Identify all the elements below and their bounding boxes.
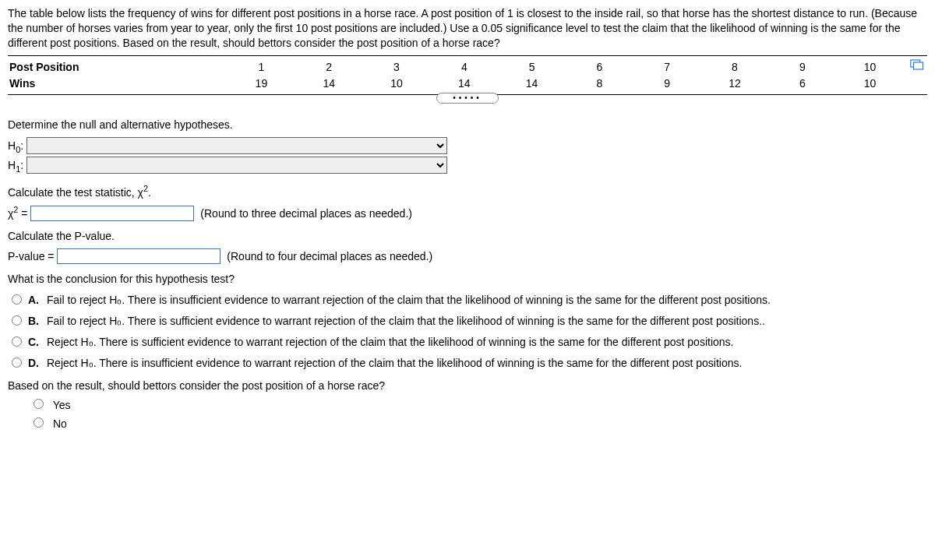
option-b-label: B. <box>28 314 42 329</box>
pos-cell: 10 <box>836 59 904 76</box>
no-radio[interactable] <box>34 417 44 428</box>
svg-rect-1 <box>914 62 923 69</box>
hypotheses-prompt: Determine the null and alternative hypot… <box>8 118 927 132</box>
followup-prompt: Based on the result, should bettors cons… <box>8 379 927 393</box>
wins-cell: 14 <box>498 76 566 92</box>
option-a-radio[interactable] <box>12 294 22 305</box>
pos-cell: 8 <box>701 59 769 76</box>
pos-cell: 9 <box>768 59 836 76</box>
wins-cell: 19 <box>228 76 295 92</box>
wins-cell: 12 <box>701 76 769 92</box>
data-table-block: Post Position 1 2 3 4 5 6 7 8 9 10 Wins … <box>8 55 927 96</box>
calc-p-prompt: Calculate the P-value. <box>8 229 927 244</box>
row-label-position: Post Position <box>8 59 228 76</box>
no-label: No <box>53 417 67 430</box>
wins-cell: 14 <box>430 76 498 92</box>
h0-label: H0: <box>8 139 23 152</box>
h1-label: H1: <box>8 159 23 171</box>
wins-cell: 10 <box>836 76 904 92</box>
pos-cell: 3 <box>363 59 431 76</box>
copy-table-icon[interactable] <box>910 59 924 70</box>
row-label-wins: Wins <box>8 76 228 92</box>
option-c-radio[interactable] <box>12 336 22 347</box>
option-a-text: Fail to reject H₀. There is insufficient… <box>47 293 927 308</box>
chi-square-label: χ2 = <box>8 207 28 220</box>
data-table: Post Position 1 2 3 4 5 6 7 8 9 10 Wins … <box>8 59 927 92</box>
option-b-text: Fail to reject H₀. There is sufficient e… <box>47 314 927 329</box>
pos-cell: 6 <box>566 59 633 76</box>
p-value-input[interactable] <box>57 248 221 264</box>
chi-square-input[interactable] <box>30 206 194 221</box>
option-a-label: A. <box>28 293 42 308</box>
option-b-radio[interactable] <box>12 315 22 326</box>
option-c-label: C. <box>28 335 42 350</box>
wins-cell: 9 <box>633 76 701 92</box>
h1-select[interactable] <box>26 157 447 174</box>
p-value-hint: (Round to four decimal places as needed.… <box>227 250 432 262</box>
wins-cell: 6 <box>768 76 836 92</box>
pos-cell: 7 <box>633 59 701 76</box>
problem-statement: The table below lists the frequency of w… <box>8 6 927 51</box>
wins-cell: 8 <box>566 76 633 92</box>
chi-square-hint: (Round to three decimal places as needed… <box>200 207 412 220</box>
yes-label: Yes <box>53 399 71 411</box>
wins-cell: 10 <box>363 76 431 92</box>
p-value-label: P-value = <box>8 250 55 262</box>
calc-stat-prompt: Calculate the test statistic, χ2. <box>8 183 927 200</box>
conclusion-prompt: What is the conclusion for this hypothes… <box>8 272 927 287</box>
collapse-divider-icon[interactable]: ••••• <box>436 93 499 104</box>
h0-select[interactable] <box>26 137 447 154</box>
option-d-label: D. <box>28 356 42 371</box>
option-d-text: Reject H₀. There is insufficient evidenc… <box>47 356 927 371</box>
pos-cell: 2 <box>295 59 363 76</box>
pos-cell: 4 <box>430 59 498 76</box>
wins-cell: 14 <box>295 76 363 92</box>
yes-radio[interactable] <box>34 399 44 409</box>
option-c-text: Reject H₀. There is sufficient evidence … <box>47 335 927 350</box>
option-d-radio[interactable] <box>12 357 22 368</box>
pos-cell: 1 <box>228 59 295 76</box>
pos-cell: 5 <box>498 59 566 76</box>
